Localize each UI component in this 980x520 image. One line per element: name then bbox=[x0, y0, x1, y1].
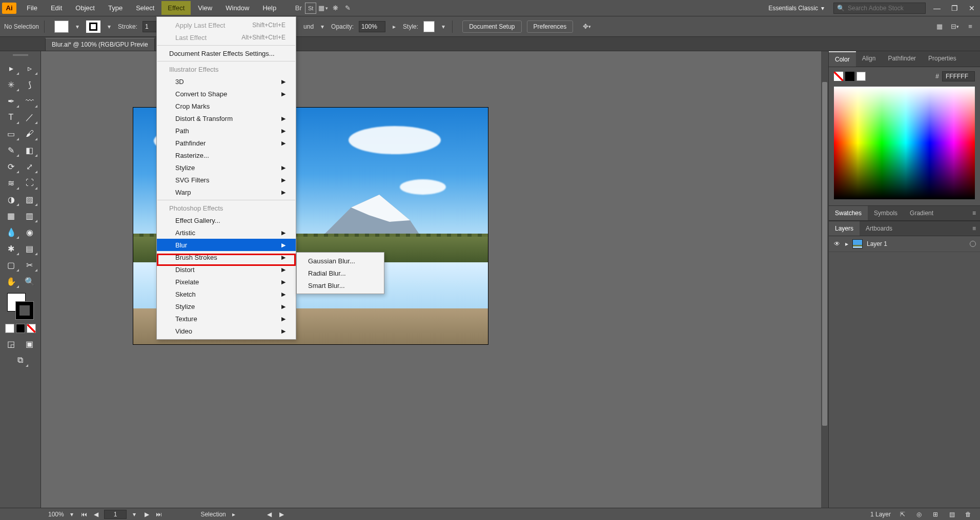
workspace-switcher[interactable]: Essentials Classic ▾ bbox=[764, 3, 828, 14]
status-info-drop[interactable]: ▸ bbox=[229, 511, 238, 518]
trash-icon[interactable]: 🗑 bbox=[964, 511, 973, 518]
mi-path[interactable]: Path▶ bbox=[157, 124, 296, 137]
preferences-button[interactable]: Preferences bbox=[527, 20, 574, 33]
tool-scale[interactable]: ⤢ bbox=[21, 159, 38, 174]
tab-pathfinder[interactable]: Pathfinder bbox=[882, 51, 922, 67]
mi-stylize-illustrator[interactable]: Stylize▶ bbox=[157, 161, 296, 174]
scrollbar-thumb[interactable] bbox=[822, 82, 827, 426]
tool-width[interactable]: ≋ bbox=[3, 175, 20, 191]
screen-mode[interactable]: ⧉ bbox=[12, 352, 29, 368]
menu-effect[interactable]: Effect bbox=[161, 1, 191, 15]
artboard-index[interactable]: 1 bbox=[104, 510, 127, 519]
mi-texture[interactable]: Texture▶ bbox=[157, 313, 296, 325]
artboard-drop[interactable]: ▾ bbox=[130, 511, 139, 518]
panel-menu-icon[interactable]: ≡ bbox=[968, 206, 980, 220]
tab-align[interactable]: Align bbox=[856, 51, 882, 67]
tool-gradient[interactable]: ▥ bbox=[21, 208, 38, 223]
mi-artistic[interactable]: Artistic▶ bbox=[157, 226, 296, 239]
tool-free-transform[interactable]: ⛶ bbox=[21, 175, 38, 191]
visibility-icon[interactable]: 👁 bbox=[833, 240, 841, 247]
mi-distort[interactable]: Distort▶ bbox=[157, 263, 296, 276]
layer-name[interactable]: Layer 1 bbox=[867, 240, 887, 247]
arrange-docs-icon[interactable]: ▦▾ bbox=[317, 3, 329, 14]
new-sublayer-icon[interactable]: ⊞ bbox=[931, 511, 940, 518]
tool-direct-selection[interactable]: ▹ bbox=[21, 60, 38, 76]
mi-distort-transform[interactable]: Distort & Transform▶ bbox=[157, 112, 296, 124]
tool-lasso[interactable]: ⟆ bbox=[21, 77, 38, 92]
vertical-scrollbar[interactable] bbox=[821, 51, 828, 508]
artboard-last[interactable]: ⏭ bbox=[154, 511, 164, 518]
mi-crop-marks[interactable]: Crop Marks bbox=[157, 100, 296, 112]
mi-apply-last-effect[interactable]: Apply Last EffectShift+Ctrl+E bbox=[157, 19, 296, 31]
tool-perspective[interactable]: ▨ bbox=[21, 192, 38, 207]
tool-eraser[interactable]: ◧ bbox=[21, 142, 38, 158]
mi-sketch[interactable]: Sketch▶ bbox=[157, 288, 296, 300]
tab-color[interactable]: Color bbox=[829, 51, 856, 67]
tab-symbols[interactable]: Symbols bbox=[868, 206, 904, 220]
stock-icon[interactable]: St bbox=[305, 3, 316, 14]
color-swatch-white[interactable] bbox=[856, 72, 866, 81]
mi-effect-gallery[interactable]: Effect Gallery... bbox=[157, 214, 296, 226]
layer-target-icon[interactable] bbox=[970, 241, 976, 247]
tool-magic-wand[interactable]: ✳ bbox=[3, 77, 20, 92]
stroke-proxy[interactable] bbox=[15, 301, 34, 320]
tool-pen[interactable]: ✒ bbox=[3, 93, 20, 109]
tab-properties[interactable]: Properties bbox=[922, 51, 963, 67]
color-mode-solid[interactable] bbox=[5, 324, 14, 333]
menu-window[interactable]: Window bbox=[219, 1, 255, 15]
tool-rectangle[interactable]: ▭ bbox=[3, 126, 20, 141]
search-adobe-stock[interactable]: 🔍 bbox=[833, 3, 926, 14]
mi-radial-blur[interactable]: Radial Blur... bbox=[297, 267, 384, 279]
menu-edit[interactable]: Edit bbox=[45, 1, 68, 15]
fill-stroke-proxy[interactable] bbox=[6, 292, 35, 321]
mi-smart-blur[interactable]: Smart Blur... bbox=[297, 279, 384, 292]
window-close[interactable]: ✕ bbox=[966, 4, 978, 12]
color-mode-none[interactable] bbox=[27, 324, 36, 333]
tab-swatches[interactable]: Swatches bbox=[829, 206, 868, 220]
tool-slice[interactable]: ✂ bbox=[21, 257, 38, 273]
truncated-drop[interactable]: ▾ bbox=[319, 23, 326, 30]
tab-layers[interactable]: Layers bbox=[829, 221, 860, 236]
color-spectrum[interactable] bbox=[834, 87, 975, 199]
opacity-field[interactable]: 100% bbox=[359, 21, 385, 32]
menu-help[interactable]: Help bbox=[256, 1, 282, 15]
mi-last-effect[interactable]: Last EffectAlt+Shift+Ctrl+E bbox=[157, 31, 296, 44]
tool-symbol-sprayer[interactable]: ✱ bbox=[3, 241, 20, 256]
align-panel-icon[interactable]: ⊟▾ bbox=[949, 21, 961, 32]
draw-mode-normal[interactable]: ◲ bbox=[3, 336, 20, 351]
color-swatch-black[interactable] bbox=[845, 72, 854, 81]
bridge-icon[interactable]: Br bbox=[293, 3, 304, 14]
window-restore[interactable]: ❐ bbox=[948, 4, 961, 12]
mi-raster-settings[interactable]: Document Raster Effects Settings... bbox=[157, 47, 296, 59]
mi-svg-filters[interactable]: SVG Filters▶ bbox=[157, 174, 296, 186]
mi-stylize-photoshop[interactable]: Stylize▶ bbox=[157, 300, 296, 313]
panel-menu-icon[interactable]: ≡ bbox=[968, 221, 980, 236]
tool-graph[interactable]: ▤ bbox=[21, 241, 38, 256]
mi-blur[interactable]: Blur▶ bbox=[157, 239, 296, 251]
tool-type[interactable]: T bbox=[3, 110, 20, 125]
mi-convert-to-shape[interactable]: Convert to Shape▶ bbox=[157, 88, 296, 100]
mi-brush-strokes[interactable]: Brush Strokes▶ bbox=[157, 251, 296, 263]
mi-rasterize[interactable]: Rasterize... bbox=[157, 149, 296, 161]
tool-paintbrush[interactable]: 🖌 bbox=[21, 126, 38, 141]
hscroll-left[interactable]: ◀ bbox=[265, 511, 274, 518]
artboard-prev[interactable]: ◀ bbox=[92, 511, 101, 518]
stroke-dropdown[interactable]: ▾ bbox=[106, 23, 113, 30]
control-bar-menu-icon[interactable]: ≡ bbox=[965, 21, 976, 32]
menu-type[interactable]: Type bbox=[102, 1, 129, 15]
locate-icon[interactable]: ◎ bbox=[914, 511, 924, 518]
gpu-icon[interactable]: ❋ bbox=[330, 3, 341, 14]
style-dropdown[interactable]: ▾ bbox=[440, 23, 447, 30]
search-input[interactable] bbox=[848, 5, 922, 12]
mi-pixelate[interactable]: Pixelate▶ bbox=[157, 276, 296, 288]
tool-shape-builder[interactable]: ◑ bbox=[3, 192, 20, 207]
tool-curvature[interactable]: 〰 bbox=[21, 93, 38, 109]
tool-rotate[interactable]: ⟳ bbox=[3, 159, 20, 174]
export-icon[interactable]: ⇱ bbox=[898, 511, 907, 518]
menu-file[interactable]: File bbox=[21, 1, 44, 15]
style-swatch[interactable] bbox=[423, 21, 435, 32]
tools-grip[interactable] bbox=[13, 54, 28, 57]
fill-swatch[interactable] bbox=[54, 20, 69, 33]
mi-pathfinder[interactable]: Pathfinder▶ bbox=[157, 137, 296, 149]
menu-view[interactable]: View bbox=[192, 1, 218, 15]
